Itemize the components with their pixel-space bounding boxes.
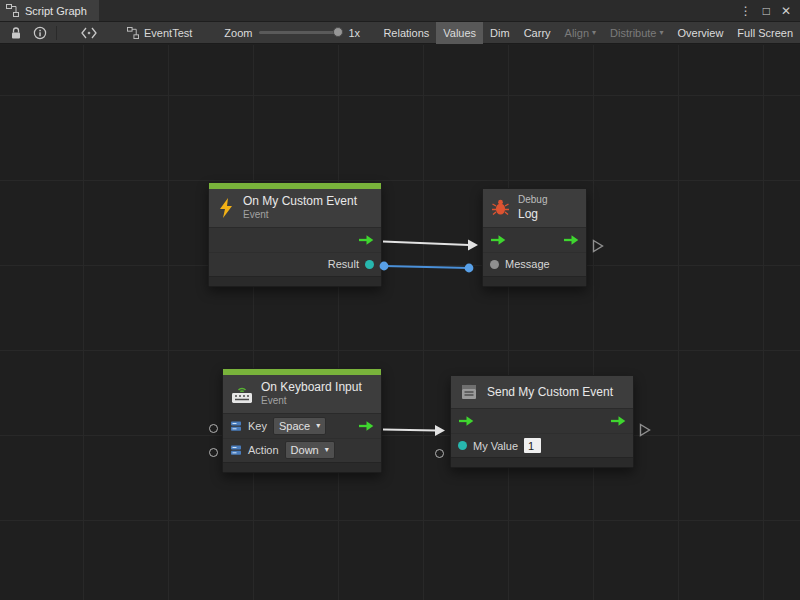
node-body: Result (209, 227, 381, 276)
node-footer (223, 462, 381, 472)
graph-canvas[interactable] (0, 45, 800, 600)
dim-button[interactable]: Dim (483, 22, 517, 44)
node-title: Log (518, 207, 547, 222)
chevron-down-icon: ▾ (660, 29, 664, 37)
my-value-input-row: My Value 1 (451, 433, 633, 457)
align-dropdown[interactable]: Align ▾ (558, 22, 603, 44)
close-icon[interactable]: ✕ (781, 5, 791, 17)
node-body: Message (483, 227, 586, 276)
node-subtitle: Event (243, 209, 357, 222)
chevron-down-icon: ▾ (592, 29, 596, 37)
variable-icon (230, 444, 242, 456)
tab-script-graph[interactable]: Script Graph (0, 0, 99, 21)
key-input-row: Key Space ▾ (223, 414, 381, 438)
flow-output-port[interactable] (358, 420, 374, 432)
node-debug-log[interactable]: Debug Log Message (482, 188, 587, 287)
action-label: Action (248, 444, 279, 456)
result-label: Result (328, 258, 359, 270)
send-event-icon (459, 382, 479, 402)
unconnected-port-ring[interactable] (209, 448, 218, 457)
maximize-icon[interactable]: □ (763, 5, 770, 17)
flow-continuation-triangle[interactable] (639, 423, 651, 437)
my-value-port[interactable] (458, 441, 467, 450)
lock-button[interactable] (4, 22, 28, 44)
control-output-row (209, 228, 381, 252)
chevron-down-icon: ▾ (325, 446, 329, 454)
node-on-my-custom-event[interactable]: On My Custom Event Event Result (208, 182, 382, 287)
lock-icon (10, 26, 22, 40)
action-input-row: Action Down ▾ (223, 438, 381, 462)
fullscreen-button[interactable]: Full Screen (730, 22, 800, 44)
flow-input-port[interactable] (458, 415, 474, 427)
code-view-button[interactable] (77, 22, 101, 44)
node-header[interactable]: On Keyboard Input Event (223, 375, 381, 413)
result-value-port[interactable] (365, 260, 374, 269)
flow-output-port[interactable] (563, 234, 579, 246)
node-header[interactable]: Debug Log (483, 189, 586, 227)
node-title: On My Custom Event (243, 194, 357, 209)
zoom-control: Zoom 1x (224, 27, 360, 39)
info-icon (33, 26, 47, 40)
node-footer (483, 276, 586, 286)
values-button[interactable]: Values (436, 22, 483, 44)
overview-button[interactable]: Overview (671, 22, 731, 44)
graph-toolbar: EventTest Zoom 1x Relations Values Dim C… (0, 22, 800, 44)
lightning-bolt-icon (217, 197, 235, 219)
graph-breadcrumb-icon (127, 27, 139, 39)
zoom-value: 1x (348, 27, 360, 39)
code-view-icon (81, 27, 97, 39)
node-header[interactable]: On My Custom Event Event (209, 189, 381, 227)
control-flow-row (451, 409, 633, 433)
node-body: My Value 1 (451, 408, 633, 457)
unconnected-port-ring[interactable] (435, 449, 444, 458)
titlebar: Script Graph ⋮ □ ✕ (0, 0, 800, 22)
control-flow-row (483, 228, 586, 252)
unconnected-port-ring[interactable] (209, 424, 218, 433)
tab-title: Script Graph (25, 5, 87, 17)
carry-button[interactable]: Carry (517, 22, 558, 44)
flow-continuation-triangle[interactable] (592, 239, 604, 253)
node-on-keyboard-input[interactable]: On Keyboard Input Event Key Space ▾ (222, 368, 382, 473)
toolbar-buttons: Relations Values Dim Carry Align ▾ Distr… (376, 22, 800, 44)
node-footer (451, 457, 633, 467)
bug-icon (491, 198, 510, 217)
node-title: On Keyboard Input (261, 380, 362, 395)
graph-name: EventTest (144, 27, 192, 39)
relations-button[interactable]: Relations (376, 22, 436, 44)
zoom-slider[interactable] (259, 31, 341, 34)
zoom-slider-knob[interactable] (333, 27, 343, 37)
node-footer (209, 276, 381, 286)
flow-output-port[interactable] (610, 415, 626, 427)
my-value-field[interactable]: 1 (524, 438, 541, 453)
distribute-dropdown[interactable]: Distribute ▾ (603, 22, 670, 44)
node-send-my-custom-event[interactable]: Send My Custom Event My Value 1 (450, 375, 634, 468)
window-controls: ⋮ □ ✕ (740, 0, 800, 21)
node-title: Send My Custom Event (487, 385, 613, 400)
node-header[interactable]: Send My Custom Event (451, 376, 633, 408)
flow-output-port[interactable] (358, 234, 374, 246)
script-graph-icon (6, 4, 19, 17)
key-label: Key (248, 420, 267, 432)
chevron-down-icon: ▾ (316, 422, 320, 430)
result-output-row: Result (209, 252, 381, 276)
toolbar-separator (56, 26, 57, 40)
variable-icon (230, 420, 242, 432)
message-label: Message (505, 258, 550, 270)
keyboard-icon (231, 384, 253, 404)
message-value-port[interactable] (490, 260, 499, 269)
zoom-label: Zoom (224, 27, 252, 39)
node-subtitle: Event (261, 395, 362, 408)
action-dropdown[interactable]: Down ▾ (285, 441, 335, 459)
key-dropdown[interactable]: Space ▾ (273, 417, 326, 435)
node-category: Debug (518, 194, 547, 207)
menu-icon[interactable]: ⋮ (740, 5, 752, 17)
graph-breadcrumb[interactable]: EventTest (127, 27, 192, 39)
flow-input-port[interactable] (490, 234, 506, 246)
info-button[interactable] (28, 22, 52, 44)
node-body: Key Space ▾ Action Down ▾ (223, 413, 381, 462)
my-value-label: My Value (473, 440, 518, 452)
message-input-row: Message (483, 252, 586, 276)
